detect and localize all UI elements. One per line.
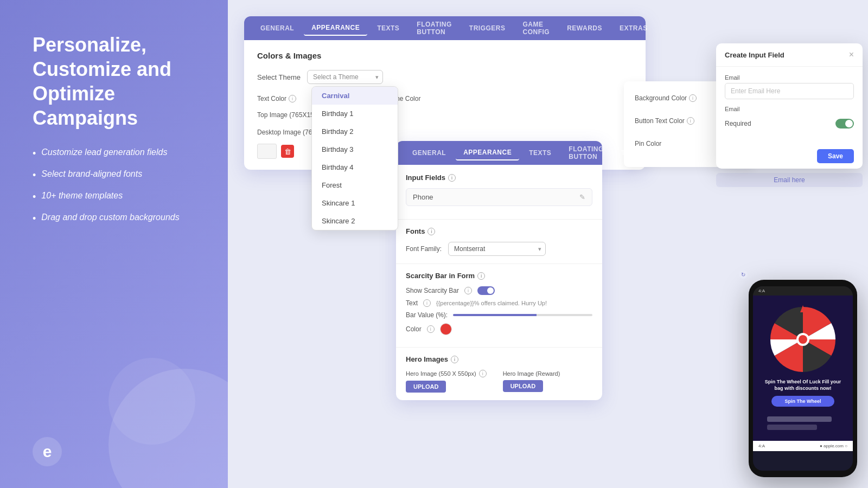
- scarcity-toggle[interactable]: [477, 286, 495, 295]
- input-fields-info-icon[interactable]: i: [448, 174, 456, 182]
- logo-area: e: [33, 437, 206, 466]
- theme-item-birthday3[interactable]: Birthday 3: [312, 140, 398, 158]
- required-toggle[interactable]: [835, 119, 854, 129]
- refresh-indicator: ↻: [739, 270, 748, 279]
- bar-value-row: Bar Value (%):: [406, 311, 592, 319]
- scarcity-text-info-icon[interactable]: i: [423, 299, 431, 307]
- theme-item-birthday2[interactable]: Birthday 2: [312, 123, 398, 140]
- text-color-label: Text Color: [257, 95, 286, 102]
- hero-upload-row: Hero Image (550 X 550px) i UPLOAD Hero I…: [406, 370, 592, 393]
- theme-select[interactable]: Select a Theme: [307, 70, 383, 84]
- scarcity-color-label: Color: [406, 325, 422, 333]
- phone-bottom-bar: 4:A ● apple.com ○: [753, 441, 853, 451]
- modal-title: Create Input Field: [725, 51, 784, 59]
- scarcity-info-icon[interactable]: i: [477, 272, 485, 280]
- left-panel: Personalize, Customize and Optimize Camp…: [0, 0, 228, 488]
- theme-item-skincare2[interactable]: Skincare 2: [312, 212, 398, 230]
- bar-value-slider[interactable]: [453, 314, 592, 316]
- phone-field-label: Phone: [413, 193, 433, 201]
- tab2-triggers[interactable]: TRIGGERS: [614, 146, 665, 160]
- theme-item-birthday1[interactable]: Birthday 1: [312, 105, 398, 123]
- wheel-svg: [768, 304, 838, 375]
- modal-header: Create Input Field ×: [716, 43, 863, 67]
- nav-tabs: GENERAL APPEARANCE TEXTS FLOATING BUTTON…: [244, 16, 646, 40]
- bullet-list: Customize lead generation fields Select …: [33, 147, 206, 224]
- wheel-text-overlay: Spin The Wheel Of Luck Fill your bag wit…: [758, 375, 847, 411]
- theme-item-birthday4[interactable]: Birthday 4: [312, 158, 398, 176]
- image-thumbnail: [257, 144, 277, 159]
- email-field-label: Email: [725, 74, 854, 81]
- theme-item-forest[interactable]: Forest: [312, 176, 398, 194]
- hero-images-section: Hero Images i Hero Image (550 X 550px) i…: [396, 347, 602, 400]
- hero-upload-btn[interactable]: UPLOAD: [406, 381, 446, 393]
- colors-images-title: Colors & Images: [257, 51, 633, 60]
- tab2-game-config[interactable]: GAME CONFIG: [667, 142, 709, 164]
- nav-tabs-2: GENERAL APPEARANCE TEXTS FLOATING BUTTON…: [396, 141, 602, 165]
- scarcity-color-swatch[interactable]: [440, 323, 452, 335]
- fonts-info-icon[interactable]: i: [427, 228, 435, 235]
- modal-close-icon[interactable]: ×: [849, 50, 854, 60]
- hero-reward-label: Hero Image (Reward): [503, 370, 560, 377]
- text-color-field: Text Color i: [257, 95, 296, 102]
- scarcity-bar-section: Scarcity Bar in Form i Show Scarcity Bar…: [396, 264, 602, 347]
- tab2-general[interactable]: GENERAL: [405, 146, 454, 160]
- background-color-label-group: Background Color i: [635, 94, 697, 102]
- right-panel: GENERAL APPEARANCE TEXTS FLOATING BUTTON…: [228, 0, 868, 488]
- show-scarcity-row: Show Scarcity Bar i: [406, 286, 592, 295]
- email-hint: Email here: [716, 173, 863, 187]
- theme-select-wrapper[interactable]: Select a Theme: [307, 70, 383, 84]
- input-fields-title: Input Fields i: [406, 174, 592, 182]
- theme-item-skincare1[interactable]: Skincare 1: [312, 194, 398, 212]
- scarcity-color-info-icon[interactable]: i: [427, 325, 435, 333]
- secondary-app-window: GENERAL APPEARANCE TEXTS FLOATING BUTTON…: [396, 141, 602, 400]
- tab-general[interactable]: GENERAL: [253, 21, 302, 35]
- hero-image-group: Hero Image (550 X 550px) i UPLOAD: [406, 370, 487, 393]
- status-bar-center: ● apple.com ○: [820, 444, 847, 448]
- btn-text-color-info-icon[interactable]: i: [687, 117, 694, 125]
- scarcity-text-label: Text: [406, 299, 418, 307]
- hero-reward-upload-btn[interactable]: UPLOAD: [503, 380, 543, 392]
- hero-info-icon[interactable]: i: [451, 356, 458, 363]
- tab-triggers[interactable]: TRIGGERS: [462, 21, 513, 35]
- refresh-icon[interactable]: ↻: [739, 270, 748, 279]
- tab2-texts[interactable]: TEXTS: [521, 146, 559, 160]
- tab2-appearance[interactable]: APPEARANCE: [456, 145, 519, 160]
- tab-appearance[interactable]: APPEARANCE: [304, 21, 367, 36]
- theme-dropdown: Carnival Birthday 1 Birthday 2 Birthday …: [311, 86, 398, 230]
- fonts-title: Fonts i: [406, 227, 592, 235]
- input-fields-section: Input Fields i Phone ✎: [396, 165, 602, 219]
- tab-rewards[interactable]: REWARDS: [559, 21, 610, 35]
- tab-extras[interactable]: EXTRAS: [612, 21, 655, 35]
- modal-save-btn[interactable]: Save: [817, 149, 854, 163]
- delete-image-btn[interactable]: 🗑: [281, 145, 294, 158]
- tab-game-config[interactable]: GAME CONFIG: [515, 17, 557, 39]
- bg-color-info-icon[interactable]: i: [689, 94, 697, 102]
- fonts-section: Fonts i Font Family: Montserrat: [396, 219, 602, 264]
- wheel-headline: Spin The Wheel Of Luck Fill your bag wit…: [764, 379, 842, 391]
- bullet-item-3: 10+ theme templates: [33, 191, 206, 203]
- font-select-wrapper[interactable]: Montserrat: [448, 242, 546, 256]
- hero-image-info-icon[interactable]: i: [479, 370, 487, 377]
- bullet-item-4: Drag and drop custom backgrounds: [33, 213, 206, 224]
- email-input[interactable]: [725, 83, 854, 99]
- tab2-floating-button[interactable]: FLOATING BUTTON: [561, 142, 611, 164]
- tab-floating-button[interactable]: FLOATING BUTTON: [409, 17, 459, 39]
- theme-item-carnival[interactable]: Carnival: [312, 87, 398, 105]
- font-select[interactable]: Montserrat: [448, 242, 546, 256]
- select-theme-row: Select Theme Select a Theme Carnival Bir…: [257, 70, 633, 84]
- font-family-label: Font Family:: [406, 245, 442, 253]
- phone-edit-icon[interactable]: ✎: [579, 193, 585, 201]
- tab-texts[interactable]: TEXTS: [369, 21, 407, 35]
- phone-mockup: ↻ 4:A: [749, 280, 857, 477]
- wheel-area: Spin The Wheel Of Luck Fill your bag wit…: [753, 296, 853, 441]
- required-label: Required: [725, 120, 751, 127]
- spin-button[interactable]: Spin The Wheel: [771, 396, 834, 407]
- status-left: 4:A: [758, 288, 765, 293]
- show-scarcity-info-icon[interactable]: i: [464, 287, 472, 294]
- text-color-info-icon[interactable]: i: [289, 95, 296, 102]
- hero-image-label: Hero Image (550 X 550px): [406, 370, 476, 377]
- scarcity-text-row: Text i {{percentage}}% offers claimed. H…: [406, 299, 592, 307]
- type-field-label: Email: [725, 106, 854, 112]
- create-input-modal: Create Input Field × Email Email Require…: [716, 43, 863, 169]
- create-input-modal-overlay: Create Input Field × Email Email Require…: [716, 43, 863, 187]
